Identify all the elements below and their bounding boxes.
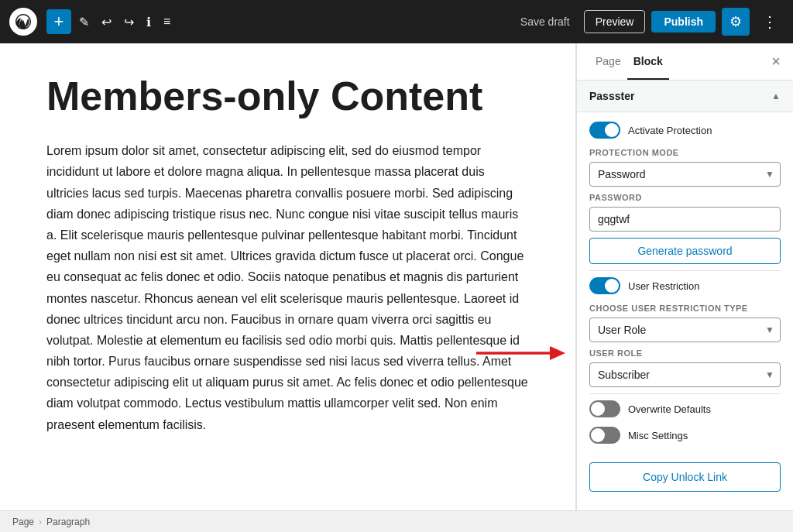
user-restriction-row: User Restriction (589, 277, 781, 294)
more-options-button[interactable]: ⋮ (756, 9, 784, 34)
misc-settings-toggle[interactable] (589, 427, 620, 444)
edit-button[interactable]: ✎ (74, 10, 94, 34)
wp-logo[interactable] (9, 8, 37, 36)
passster-panel-body: Activate Protection PROTECTION MODE Pass… (577, 112, 793, 501)
status-paragraph: Paragraph (46, 517, 90, 527)
overwrite-defaults-label: Overwrite Defaults (628, 403, 711, 415)
password-input[interactable] (589, 207, 781, 232)
editor-title[interactable]: Members-only Content (46, 74, 529, 118)
protection-mode-label: PROTECTION MODE (589, 148, 781, 157)
passster-title: Passster (589, 90, 634, 102)
info-button[interactable]: ℹ (142, 10, 156, 34)
activate-protection-toggle[interactable] (589, 122, 620, 139)
divider-2 (589, 393, 781, 394)
overwrite-defaults-row: Overwrite Defaults (589, 400, 781, 417)
editor-toolbar: + ✎ ↩ ↪ ℹ ≡ Save draft Preview Publish ⚙… (0, 0, 793, 43)
copy-unlock-link-button[interactable]: Copy Unlock Link (589, 462, 781, 492)
activate-protection-row: Activate Protection (589, 122, 781, 139)
status-separator: › (39, 517, 42, 527)
publish-button[interactable]: Publish (651, 11, 716, 33)
restriction-type-wrapper: User Role Email All Users ▼ (589, 317, 781, 342)
user-role-label: USER ROLE (589, 348, 781, 358)
user-role-wrapper: Subscriber Editor Administrator Author ▼ (589, 362, 781, 387)
user-role-select[interactable]: Subscriber Editor Administrator Author (589, 362, 781, 387)
password-label: PASSWORD (589, 193, 781, 202)
protection-mode-wrapper: Password User Role Email List ▼ (589, 162, 781, 187)
tab-page[interactable]: Page (589, 44, 627, 80)
preview-button[interactable]: Preview (584, 10, 646, 33)
status-bar: Page › Paragraph (0, 510, 793, 532)
save-draft-button[interactable]: Save draft (513, 11, 578, 33)
redo-button[interactable]: ↪ (119, 10, 139, 34)
sidebar-panel: Page Block × Passster ▲ Activate P (576, 43, 793, 510)
overwrite-defaults-toggle[interactable] (589, 400, 620, 417)
undo-button[interactable]: ↩ (97, 10, 116, 34)
sidebar-panel-content: Passster ▲ Activate Protection PROTECTIO… (577, 81, 793, 510)
generate-password-button[interactable]: Generate password (589, 238, 781, 264)
user-restriction-toggle[interactable] (589, 277, 620, 294)
sidebar-tabs: Page Block × (577, 43, 793, 81)
passster-chevron-icon: ▲ (771, 91, 781, 101)
restriction-type-select[interactable]: User Role Email All Users (589, 317, 781, 342)
svg-marker-1 (550, 346, 565, 360)
sidebar-close-button[interactable]: × (771, 53, 781, 70)
protection-mode-select[interactable]: Password User Role Email List (589, 162, 781, 187)
divider-1 (589, 270, 781, 271)
editor-area: Members-only Content Lorem ipsum dolor s… (0, 43, 576, 510)
status-page: Page (12, 517, 34, 527)
passster-section-header[interactable]: Passster ▲ (577, 81, 793, 112)
editor-content[interactable]: Lorem ipsum dolor sit amet, consectetur … (46, 140, 529, 435)
settings-button[interactable]: ⚙ (722, 8, 750, 36)
user-restriction-label: User Restriction (628, 280, 699, 292)
choose-restriction-label: CHOOSE USER RESTRICTION TYPE (589, 304, 781, 313)
misc-settings-label: Misc Settings (628, 430, 688, 441)
add-block-button[interactable]: + (46, 9, 71, 34)
tab-block[interactable]: Block (627, 44, 669, 80)
activate-protection-label: Activate Protection (628, 125, 712, 136)
list-view-button[interactable]: ≡ (159, 10, 175, 33)
misc-settings-row: Misc Settings (589, 427, 781, 444)
